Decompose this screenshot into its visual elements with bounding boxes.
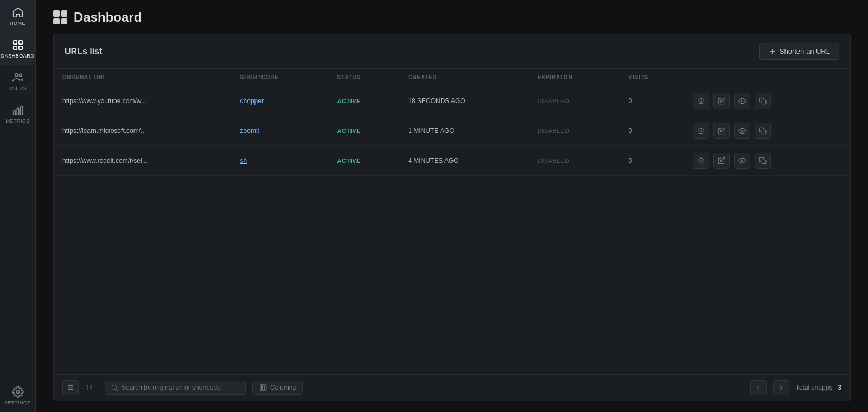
delete-button[interactable] xyxy=(693,153,709,169)
arrow-left-icon xyxy=(755,384,762,391)
col-status: Status xyxy=(329,69,400,86)
delete-button[interactable] xyxy=(693,123,709,139)
search-wrap[interactable] xyxy=(105,381,246,395)
urls-table: Original URL Shortcode Status Created Ex… xyxy=(54,69,850,176)
card-title: URLs list xyxy=(65,47,102,56)
list-view-button[interactable] xyxy=(62,380,79,395)
edit-button[interactable] xyxy=(713,123,730,139)
sidebar-item-home-label: Home xyxy=(10,21,25,26)
table-wrapper[interactable]: Original URL Shortcode Status Created Ex… xyxy=(54,69,850,374)
edit-button[interactable] xyxy=(713,93,730,109)
cell-actions xyxy=(684,116,850,146)
cell-shortcode[interactable]: sh xyxy=(232,146,329,176)
prev-page-button[interactable] xyxy=(750,380,767,395)
svg-point-5 xyxy=(19,74,22,77)
col-expiration: Expiraton xyxy=(529,69,620,86)
cell-expiration: DISABLED xyxy=(529,116,620,146)
svg-rect-7 xyxy=(17,108,19,115)
list-icon xyxy=(67,384,74,391)
dashboard-icon xyxy=(12,39,24,51)
columns-label: Columns xyxy=(270,384,296,391)
trash-icon xyxy=(697,157,705,164)
copy-button[interactable] xyxy=(755,153,771,169)
copy-button[interactable] xyxy=(755,93,771,109)
dashboard-grid-icon xyxy=(53,10,67,24)
col-visits: Visits xyxy=(620,69,685,86)
svg-rect-8 xyxy=(20,106,22,115)
svg-rect-6 xyxy=(13,111,15,115)
svg-rect-1 xyxy=(18,41,22,44)
svg-rect-2 xyxy=(13,46,16,49)
cell-original-url: https://www.youtube.com/w... xyxy=(54,86,232,116)
svg-rect-0 xyxy=(13,41,16,44)
columns-button[interactable]: Columns xyxy=(252,381,303,395)
cell-actions xyxy=(684,146,850,176)
page-title: Dashboard xyxy=(74,10,142,25)
eye-icon xyxy=(738,127,746,135)
eye-icon xyxy=(738,157,746,164)
trash-icon xyxy=(697,127,705,135)
copy-icon xyxy=(759,127,767,135)
columns-icon xyxy=(259,384,267,391)
card-footer: 14 Columns xyxy=(54,374,850,401)
copy-icon xyxy=(759,157,767,164)
sidebar: Home Dashboard Users Metrics xyxy=(0,0,36,412)
card-header: URLs list Shorten an URL xyxy=(54,34,850,69)
col-shortcode: Shortcode xyxy=(232,69,329,86)
cell-expiration: DISABLED xyxy=(529,86,620,116)
search-input[interactable] xyxy=(122,384,240,391)
copy-icon xyxy=(759,97,767,105)
shorten-url-button[interactable]: Shorten an URL xyxy=(760,43,839,60)
users-icon xyxy=(12,72,24,84)
total-snaps: Total snapps : 3 xyxy=(796,384,841,391)
page-header: Dashboard xyxy=(36,0,868,34)
cell-shortcode[interactable]: chopper xyxy=(232,86,329,116)
cell-created: 18 SECONDS AGO xyxy=(399,86,528,116)
cell-original-url: https://learn.microsoft.com/... xyxy=(54,116,232,146)
plus-icon xyxy=(769,48,776,55)
page-size: 14 xyxy=(85,384,98,392)
edit-icon xyxy=(718,97,725,105)
cell-shortcode[interactable]: zoomit xyxy=(232,116,329,146)
svg-rect-23 xyxy=(260,385,262,391)
edit-icon xyxy=(718,127,725,135)
svg-point-9 xyxy=(16,390,20,394)
col-original-url: Original URL xyxy=(54,69,232,86)
sidebar-item-users-label: Users xyxy=(9,86,27,91)
view-button[interactable] xyxy=(734,123,750,139)
cell-actions xyxy=(684,86,850,116)
svg-point-4 xyxy=(15,74,18,77)
sidebar-item-metrics-label: Metrics xyxy=(6,118,30,124)
view-button[interactable] xyxy=(734,153,750,169)
search-icon xyxy=(111,384,118,391)
cell-status: ACTIVE xyxy=(329,146,400,176)
col-actions xyxy=(684,69,850,86)
sidebar-item-users[interactable]: Users xyxy=(0,65,35,98)
svg-rect-3 xyxy=(18,46,22,49)
cell-visits: 0 xyxy=(620,116,685,146)
edit-icon xyxy=(718,157,725,164)
view-button[interactable] xyxy=(734,93,750,109)
total-snaps-label: Total snapps : xyxy=(796,384,836,391)
cell-visits: 0 xyxy=(620,146,685,176)
cell-status: ACTIVE xyxy=(329,116,400,146)
settings-icon xyxy=(12,386,24,398)
trash-icon xyxy=(697,97,705,105)
cell-status: ACTIVE xyxy=(329,86,400,116)
sidebar-item-settings-label: Settings xyxy=(4,400,31,405)
delete-button[interactable] xyxy=(693,93,709,109)
edit-button[interactable] xyxy=(713,153,730,169)
sidebar-item-settings[interactable]: Settings xyxy=(0,379,35,412)
sidebar-item-home[interactable]: Home xyxy=(0,0,35,33)
svg-point-14 xyxy=(742,130,744,132)
total-snaps-value: 3 xyxy=(838,384,841,391)
svg-line-22 xyxy=(116,389,118,391)
sidebar-item-dashboard[interactable]: Dashboard xyxy=(0,33,35,65)
next-page-button[interactable] xyxy=(773,380,789,395)
copy-button[interactable] xyxy=(755,123,771,139)
svg-point-12 xyxy=(742,100,744,102)
eye-icon xyxy=(738,97,746,105)
cell-expiration: DISABLED xyxy=(529,146,620,176)
sidebar-item-metrics[interactable]: Metrics xyxy=(0,98,35,130)
content-area: URLs list Shorten an URL Original URL Sh… xyxy=(36,34,868,412)
